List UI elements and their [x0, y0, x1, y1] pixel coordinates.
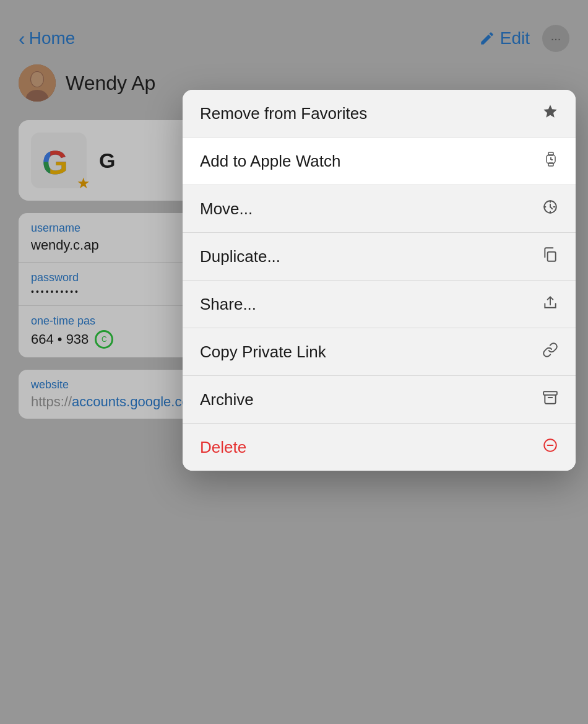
context-menu: Remove from FavoritesAdd to Apple WatchM…	[183, 90, 576, 471]
menu-item-label-duplicate: Duplicate...	[200, 247, 280, 266]
menu-item-move[interactable]: Move...	[183, 185, 576, 233]
menu-item-icon-remove-favorites	[542, 103, 558, 123]
menu-item-duplicate[interactable]: Duplicate...	[183, 233, 576, 281]
menu-item-icon-share	[542, 294, 558, 314]
svg-rect-14	[548, 163, 553, 166]
menu-item-remove-favorites[interactable]: Remove from Favorites	[183, 90, 576, 137]
menu-item-share[interactable]: Share...	[183, 281, 576, 328]
menu-item-archive[interactable]: Archive	[183, 376, 576, 424]
menu-item-add-apple-watch[interactable]: Add to Apple Watch	[183, 137, 576, 185]
menu-item-icon-copy-private-link	[542, 342, 558, 362]
menu-item-icon-move	[542, 199, 558, 219]
menu-item-icon-delete	[542, 437, 558, 457]
menu-item-icon-add-apple-watch	[543, 151, 558, 171]
menu-item-label-copy-private-link: Copy Private Link	[200, 342, 326, 362]
menu-item-delete[interactable]: Delete	[183, 424, 576, 471]
menu-item-label-add-apple-watch: Add to Apple Watch	[200, 152, 340, 171]
menu-item-label-share: Share...	[200, 295, 256, 314]
menu-item-label-move: Move...	[200, 199, 253, 219]
svg-rect-13	[548, 152, 553, 155]
menu-item-icon-archive	[542, 390, 558, 409]
menu-item-label-archive: Archive	[200, 390, 254, 409]
menu-item-label-delete: Delete	[200, 438, 246, 457]
menu-item-icon-duplicate	[542, 246, 558, 266]
menu-item-copy-private-link[interactable]: Copy Private Link	[183, 328, 576, 376]
svg-rect-19	[543, 391, 557, 395]
menu-item-label-remove-favorites: Remove from Favorites	[200, 104, 367, 123]
svg-rect-18	[548, 252, 556, 261]
